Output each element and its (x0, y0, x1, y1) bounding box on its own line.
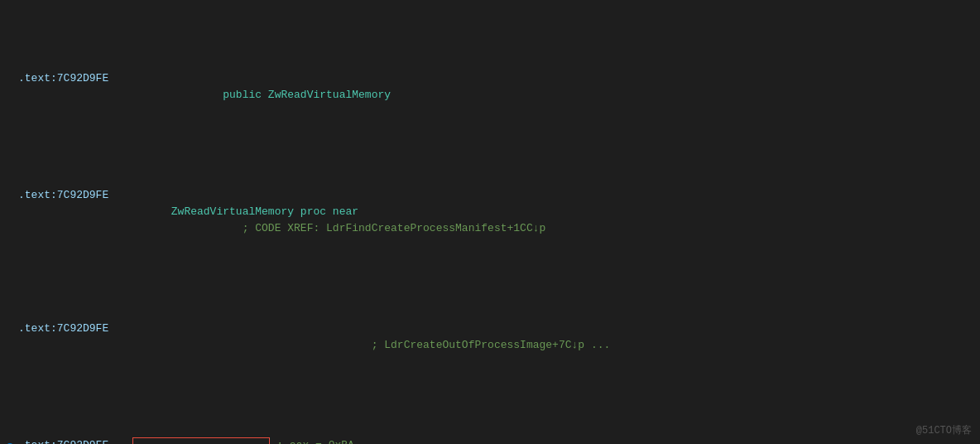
proc-label: ZwReadVirtualMemory proc near (171, 205, 358, 218)
line-content: mov eax, 0BAh mov edx, 7FFE0300h ; eax =… (132, 437, 973, 444)
dot-col (7, 321, 18, 337)
boxed-instructions: mov eax, 0BAh mov edx, 7FFE0300h (132, 437, 270, 444)
dot-col (7, 70, 18, 87)
comment: ; LdrCreateOutOfProcessImage+7C↓p ... (171, 339, 611, 351)
addr-1: .text:7C92D9FE (18, 437, 132, 444)
address: .text:7C92D9FE (18, 321, 132, 337)
dot-col (7, 437, 18, 444)
label: public ZwReadVirtualMemory (171, 89, 391, 101)
comment-1: ; eax = 0xBA (276, 437, 380, 444)
watermark: @51CTO博客 (916, 423, 972, 439)
line-content: ; LdrCreateOutOfProcessImage+7C↓p ... (132, 321, 973, 370)
code-line: .text:7C92D9FE public ZwReadVirtualMemor… (0, 70, 980, 120)
comments-block: ; eax = 0xBA ; ecx = 7FFE0300 (276, 437, 380, 444)
code-line: .text:7C92D9FE ; LdrCreateOutOfProcessIm… (0, 321, 980, 370)
boxed-instr-group: .text:7C92D9FE .text:7C92DA03 mov eax, 0… (0, 437, 980, 444)
line-content: ZwReadVirtualMemory proc near ; CODE XRE… (132, 187, 973, 254)
dot-col (7, 187, 18, 204)
address: .text:7C92D9FE (18, 187, 132, 204)
address: .text:7C92D9FE (18, 70, 132, 87)
line-content: public ZwReadVirtualMemory (132, 70, 973, 120)
code-line: .text:7C92D9FE ZwReadVirtualMemory proc … (0, 187, 980, 254)
code-view: .text:7C92D9FE public ZwReadVirtualMemor… (0, 0, 980, 444)
address: .text:7C92D9FE .text:7C92DA03 (18, 437, 132, 444)
comment: ; CODE XREF: LdrFindCreateProcessManifes… (171, 222, 545, 234)
